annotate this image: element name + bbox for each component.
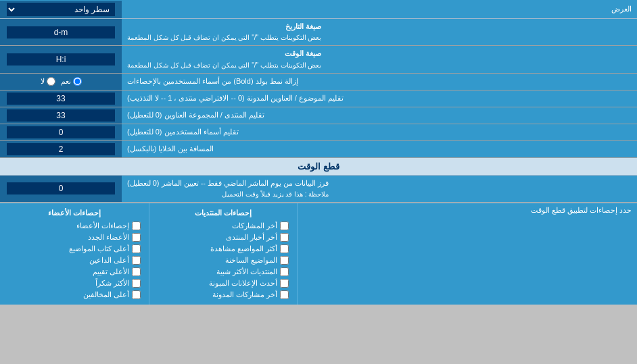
usernames-trim-input-cell <box>0 124 122 140</box>
cutoff-input[interactable] <box>7 182 115 194</box>
forum-group-titles-input[interactable] <box>7 109 115 122</box>
stats-col1-label-4: المنتديات الأكثر شبية <box>216 267 277 276</box>
stats-col1-check-2[interactable] <box>280 244 289 253</box>
cutoff-note: ملاحظة : هذا قد يزيد قبلاً وقت التحميل <box>127 190 329 199</box>
stats-col2-item-1: الأعضاء الجدد <box>5 232 143 243</box>
usernames-trim-input[interactable] <box>7 126 115 138</box>
date-format-main: صيغة التاريخ <box>127 22 321 32</box>
stats-col2-item-3: أعلى الداعين <box>5 255 143 266</box>
stats-col1-label-2: أكثر المواضيع مشاهدة <box>210 244 277 253</box>
topics-titles-row: تقليم الموضوع / العناوين المدونة (0 -- ا… <box>0 90 637 107</box>
stats-col2-item-0: إحصاءات الأعضاء <box>5 220 143 232</box>
cutoff-input-cell <box>0 176 122 202</box>
stats-limit-cell: حدد إحصاءات لتطبيق قطع الوقت <box>298 203 637 305</box>
bold-no-radio[interactable] <box>47 77 55 86</box>
stats-col1-item-3: المواضيع الساخنة <box>155 255 291 266</box>
bold-no-label: لا <box>41 77 55 86</box>
bold-usernames-row: إزالة نمط بولد (Bold) من أسماء المستخدمي… <box>0 74 637 90</box>
forum-group-titles-input-cell <box>0 107 122 124</box>
stats-col2-check-0[interactable] <box>132 222 141 230</box>
stats-col2-item-2: أعلى كتاب المواضيع <box>5 243 143 255</box>
cells-spacing-input[interactable] <box>7 143 115 155</box>
stats-col1-item-2: أكثر المواضيع مشاهدة <box>155 243 291 255</box>
bold-yes-text: نعم <box>61 77 71 86</box>
display-mode-select[interactable]: سطر واحد سطرين ثلاثة أسطر <box>7 3 115 16</box>
stats-col1-item-0: أخر المشاركات <box>155 220 291 232</box>
stats-col2-item-6: أعلى المخالفين <box>5 289 143 301</box>
time-format-input[interactable] <box>7 53 115 66</box>
stats-col1-label-3: المواضيع الساخنة <box>225 256 277 265</box>
stats-col2: إحصاءات الأعضاء إحصاءات الأعضاء الأعضاء … <box>0 203 149 305</box>
stats-col1-label-0: أخر المشاركات <box>232 222 277 230</box>
display-mode-row: العرض سطر واحد سطرين ثلاثة أسطر <box>0 0 637 19</box>
time-format-label: صيغة الوقت بعض التكوينات يتطلب "/" التي … <box>122 46 637 72</box>
stats-col1-check-0[interactable] <box>280 222 289 230</box>
stats-limit-label: حدد إحصاءات لتطبيق قطع الوقت <box>531 206 632 215</box>
cutoff-section-header: قطع الوقت <box>0 158 637 176</box>
bold-yes-radio[interactable] <box>73 77 82 86</box>
date-format-row: صيغة التاريخ بعض التكوينات يتطلب "/" الت… <box>0 19 637 46</box>
bold-yes-label: نعم <box>61 77 82 86</box>
time-format-main: صيغة الوقت <box>127 49 321 59</box>
cutoff-label: فرز البيانات من يوم الماشر الماضي فقط --… <box>122 176 637 202</box>
stats-col2-label-5: الأكثر شكراً <box>95 279 129 288</box>
stats-col1-header: إحصاءات المنتديات <box>155 207 291 220</box>
date-format-label: صيغة التاريخ بعض التكوينات يتطلب "/" الت… <box>122 19 637 45</box>
stats-col1-check-5[interactable] <box>280 279 289 288</box>
time-format-sub: بعض التكوينات يتطلب "/" التي يمكن ان تضا… <box>127 61 321 70</box>
display-mode-select-cell: سطر واحد سطرين ثلاثة أسطر <box>0 1 122 18</box>
stats-col2-label-1: الأعضاء الجدد <box>88 233 129 242</box>
time-format-input-cell <box>0 46 122 72</box>
forum-group-titles-row: تقليم المنتدى / المجموعة العناوين (0 للت… <box>0 107 637 124</box>
display-mode-label: العرض <box>122 2 637 16</box>
stats-col2-label-0: إحصاءات الأعضاء <box>76 222 129 230</box>
usernames-trim-label: تقليم أسماء المستخدمين (0 للتعطيل) <box>122 124 637 140</box>
date-format-input-cell <box>0 19 122 45</box>
bold-usernames-radio-cell: نعم لا <box>0 74 122 90</box>
stats-col2-label-4: الأعلى تقييم <box>93 267 129 276</box>
forum-group-titles-label: تقليم المنتدى / المجموعة العناوين (0 للت… <box>122 107 637 124</box>
stats-col1-item-4: المنتديات الأكثر شبية <box>155 266 291 278</box>
stats-col1-check-3[interactable] <box>280 256 289 265</box>
stats-col2-check-2[interactable] <box>132 244 141 253</box>
stats-col2-check-3[interactable] <box>132 256 141 265</box>
date-format-sub: بعض التكوينات يتطلب "/" التي يمكن ان تضا… <box>127 33 321 43</box>
usernames-trim-row: تقليم أسماء المستخدمين (0 للتعطيل) <box>0 124 637 141</box>
time-format-row: صيغة الوقت بعض التكوينات يتطلب "/" التي … <box>0 46 637 73</box>
cutoff-main: فرز البيانات من يوم الماشر الماضي فقط --… <box>127 178 329 188</box>
stats-col2-check-6[interactable] <box>132 290 141 299</box>
cells-spacing-input-cell <box>0 141 122 157</box>
bold-no-text: لا <box>41 77 45 86</box>
cutoff-row: فرز البيانات من يوم الماشر الماضي فقط --… <box>0 176 637 203</box>
stats-col1-check-1[interactable] <box>280 233 289 242</box>
stats-col2-label-3: أعلى الداعين <box>89 256 129 265</box>
stats-col1: إحصاءات المنتديات أخر المشاركات أخر أخبا… <box>149 203 298 305</box>
cells-spacing-label: المسافة بين الخلايا (بالبكسل) <box>122 141 637 157</box>
bold-usernames-label: إزالة نمط بولد (Bold) من أسماء المستخدمي… <box>122 74 637 90</box>
topics-titles-label: تقليم الموضوع / العناوين المدونة (0 -- ا… <box>122 90 637 107</box>
date-format-input[interactable] <box>7 26 115 38</box>
stats-col2-label-2: أعلى كتاب المواضيع <box>69 244 129 253</box>
topics-titles-input[interactable] <box>7 93 115 105</box>
stats-col1-check-6[interactable] <box>280 290 289 299</box>
topics-titles-input-cell <box>0 90 122 107</box>
stats-col1-label-6: أخر مشاركات المدونة <box>212 290 277 299</box>
stats-col2-item-5: الأكثر شكراً <box>5 278 143 289</box>
cells-spacing-row: المسافة بين الخلايا (بالبكسل) <box>0 141 637 158</box>
stats-col1-item-6: أخر مشاركات المدونة <box>155 289 291 301</box>
stats-section: حدد إحصاءات لتطبيق قطع الوقت إحصاءات الم… <box>0 203 637 305</box>
stats-col2-header: إحصاءات الأعضاء <box>5 207 143 220</box>
stats-col1-item-1: أخر أخبار المنتدى <box>155 232 291 243</box>
cutoff-section-header-row: قطع الوقت <box>0 158 637 176</box>
stats-col2-item-4: الأعلى تقييم <box>5 266 143 278</box>
stats-col2-check-4[interactable] <box>132 267 141 276</box>
stats-col1-label-1: أخر أخبار المنتدى <box>226 233 277 242</box>
stats-col2-check-1[interactable] <box>132 233 141 242</box>
stats-col1-item-5: أحدث الإعلانات المبونة <box>155 278 291 289</box>
stats-col1-check-4[interactable] <box>280 267 289 276</box>
stats-col2-check-5[interactable] <box>132 279 141 288</box>
stats-col2-label-6: أعلى المخالفين <box>83 290 129 299</box>
stats-col1-label-5: أحدث الإعلانات المبونة <box>209 279 277 288</box>
main-container: العرض سطر واحد سطرين ثلاثة أسطر صيغة الت… <box>0 0 637 305</box>
